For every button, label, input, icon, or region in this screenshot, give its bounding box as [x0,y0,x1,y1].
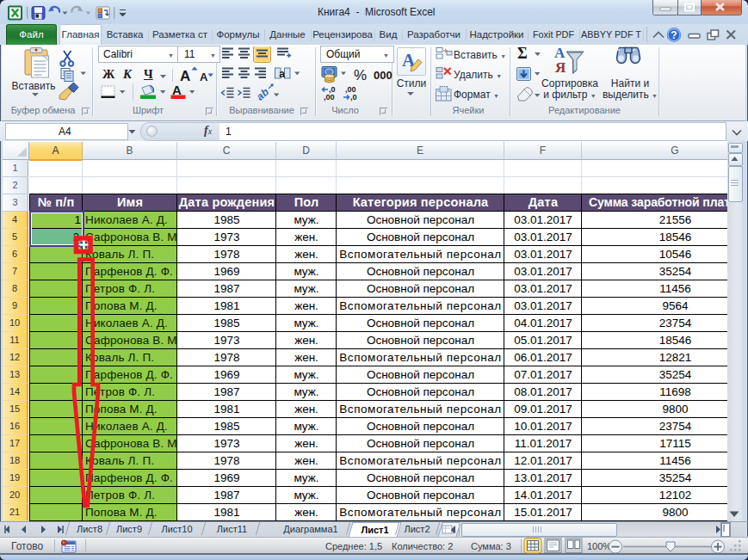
svg-text:A: A [180,68,190,84]
svg-text:?: ? [671,29,677,41]
svg-text:,00: ,00 [324,93,335,102]
svg-text:Я: Я [555,59,566,76]
svg-text:000: 000 [374,69,393,82]
svg-text:%: % [354,67,367,83]
svg-text:,0: ,0 [350,93,357,102]
svg-text:A: A [200,71,208,83]
svg-text:a: a [279,68,285,80]
